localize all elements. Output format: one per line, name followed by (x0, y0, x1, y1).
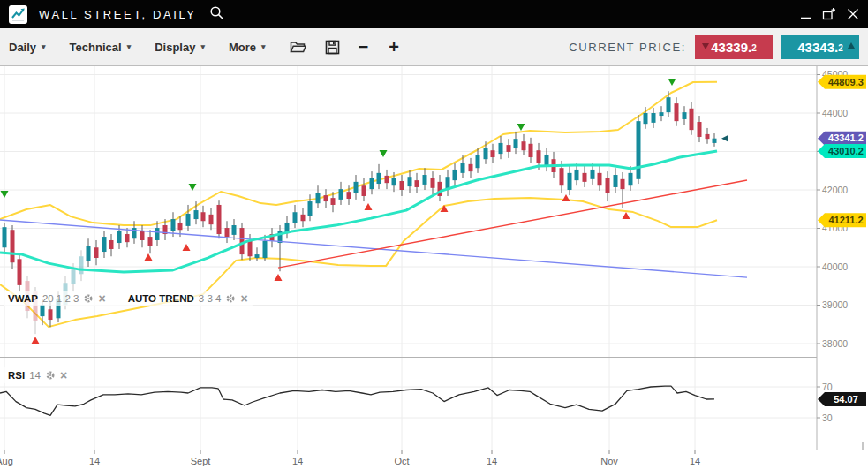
candle (499, 136, 503, 159)
y-axis-label: 44000 (822, 108, 848, 118)
x-axis-label: 14 (292, 456, 303, 466)
candle (354, 175, 359, 200)
candle (308, 194, 313, 221)
candle (446, 170, 450, 196)
candle (255, 247, 260, 261)
candle (683, 106, 687, 125)
timeframe-menu-label: Daily (9, 41, 36, 54)
price-up-arrow-icon (848, 42, 855, 49)
candle (690, 102, 694, 135)
buy-signal-icon (623, 212, 630, 219)
y-axis-label: 42000 (822, 185, 848, 195)
candle (660, 106, 664, 121)
candle (522, 134, 526, 155)
candle (301, 208, 306, 227)
buy-price-button[interactable]: 43343. 2 (781, 35, 859, 59)
more-menu-label: More (229, 41, 256, 54)
zoom-in-button[interactable]: + (389, 38, 399, 56)
close-button[interactable] (847, 8, 859, 20)
y-axis-label: 38000 (822, 338, 848, 349)
title-bar: WALL STREET, DAILY (0, 0, 868, 28)
candle (270, 228, 275, 247)
candle (568, 166, 572, 195)
overlay-indicator-legend: VWAP 20 1 2 3 × AUTO TREND 3 3 4 × (4, 291, 253, 306)
candle (675, 97, 679, 126)
sell-signal-icon (668, 79, 676, 86)
candle (362, 178, 366, 201)
auto-trend-settings-gear-icon[interactable] (225, 293, 236, 304)
candle (293, 205, 298, 228)
candle (148, 230, 153, 253)
buy-signal-icon (275, 274, 283, 281)
candle (529, 138, 533, 163)
buy-signal-icon (32, 337, 40, 344)
candle (652, 108, 656, 128)
app-logo-icon (9, 5, 27, 24)
save-icon[interactable] (325, 40, 340, 55)
last-bar-marker (721, 135, 728, 142)
grid-lines (0, 66, 817, 450)
x-axis-label: 14 (89, 456, 100, 466)
rsi-value-tag-text: 54.07 (834, 394, 858, 405)
display-menu[interactable]: Display ▾ (155, 41, 205, 54)
technical-menu[interactable]: Technical ▾ (70, 41, 132, 54)
sell-signal-icon (380, 150, 388, 157)
minimize-button[interactable] (800, 9, 811, 20)
candle (339, 182, 343, 205)
candle (18, 254, 22, 291)
vwap-indicator-label: VWAP (8, 293, 38, 304)
more-menu[interactable]: More ▾ (229, 41, 266, 54)
candle (698, 116, 702, 142)
buy-signal-icon (562, 194, 570, 201)
zoom-out-button[interactable]: − (359, 38, 369, 56)
open-folder-icon[interactable] (290, 40, 306, 54)
rsi-axis-label: 70 (822, 382, 833, 392)
vwap-remove-icon[interactable]: × (98, 292, 105, 305)
chevron-down-icon: ▾ (200, 42, 205, 51)
vwap-settings-gear-icon[interactable] (83, 293, 94, 304)
window-controls (800, 8, 859, 20)
candle (232, 219, 237, 240)
candle (109, 234, 114, 256)
x-axis-label: Oct (394, 456, 409, 466)
technical-menu-label: Technical (70, 41, 122, 54)
rsi-axis-label: 30 (822, 412, 833, 423)
candle (713, 133, 717, 147)
popout-window-button[interactable] (822, 8, 836, 20)
price-axis: 4500044000430004200041000400003900038000… (817, 69, 848, 423)
candle (240, 223, 245, 260)
chart-canvas[interactable]: 4500044000430004200041000400003900038000… (0, 0, 868, 469)
candle (423, 168, 427, 190)
candle (370, 171, 374, 194)
auto-trend-remove-icon[interactable]: × (240, 292, 247, 305)
candle (431, 171, 435, 194)
trading-app-window: { "window": { "title": "WALL STREET, DAI… (0, 0, 868, 469)
instrument-title: WALL STREET, DAILY (39, 8, 197, 21)
candle (285, 216, 290, 238)
sell-price-button[interactable]: 43339. 2 (695, 35, 773, 59)
buy-price-value: 43343. (797, 40, 838, 55)
sell-price-decimal: 2 (751, 43, 757, 53)
chart-toolbar: Daily ▾ Technical ▾ Display ▾ More ▾ − +… (0, 28, 868, 66)
timeframe-menu[interactable]: Daily ▾ (9, 41, 46, 54)
y-axis-label: 40000 (822, 261, 848, 272)
candle (438, 175, 442, 201)
rsi-settings-gear-icon[interactable] (45, 370, 56, 381)
x-axis-label: Sept (191, 456, 211, 466)
candle (79, 250, 84, 281)
price-down-arrow-icon (702, 43, 709, 49)
price-tag-text: 44809.3 (828, 77, 864, 87)
buy-signal-icon (365, 203, 373, 210)
candle (385, 170, 389, 189)
auto-trend-indicator-params: 3 3 4 (199, 293, 222, 304)
chevron-down-icon: ▾ (127, 42, 132, 51)
candle (102, 231, 107, 258)
candle (225, 221, 230, 243)
candle (400, 175, 404, 196)
candle (87, 238, 91, 267)
rsi-remove-icon[interactable]: × (60, 369, 67, 382)
rsi-line (0, 386, 714, 415)
candle (706, 128, 710, 144)
search-icon[interactable] (209, 5, 224, 24)
sell-signal-icon (517, 124, 525, 131)
